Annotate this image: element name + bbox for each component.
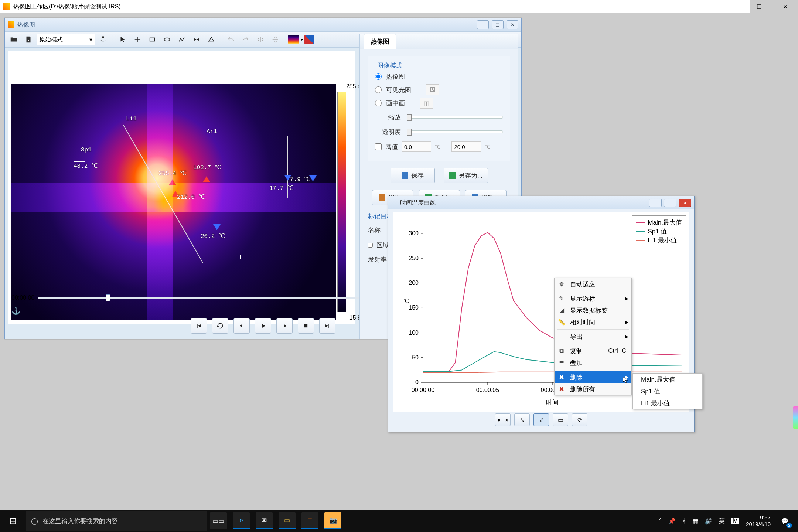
ctx-delete[interactable]: ✖删除▶ xyxy=(555,371,631,383)
notifications-button[interactable]: 💬2 xyxy=(777,514,792,528)
ctx-overlay[interactable]: ≣叠加 xyxy=(555,357,631,369)
start-button[interactable]: ⊞ xyxy=(0,510,26,532)
thermal-titlebar[interactable]: 热像图 – ☐ ✕ xyxy=(5,18,521,31)
ctx-auto-fit[interactable]: ✥自动适应 xyxy=(555,278,631,290)
tray-net-icon[interactable]: ▦ xyxy=(693,518,698,525)
curve-close[interactable]: ✕ xyxy=(679,199,691,207)
colorbar-gradient[interactable] xyxy=(337,92,346,312)
fit-x-button[interactable]: ⇤⇥ xyxy=(495,413,511,426)
bowtie-tool-icon[interactable] xyxy=(190,33,203,46)
ctx-delete-all[interactable]: ✖删除所有 xyxy=(555,383,631,395)
last-frame-button[interactable] xyxy=(319,318,335,334)
mode-select[interactable]: 原始模式▾ xyxy=(37,34,95,45)
ellipse-tool-icon[interactable] xyxy=(160,33,174,46)
threshold-checkbox[interactable] xyxy=(375,143,382,150)
polyline-tool-icon[interactable] xyxy=(175,33,188,46)
timeline-thumb[interactable] xyxy=(106,294,110,301)
curve-titlebar[interactable]: 时间温度曲线 – ☐ ✕ xyxy=(388,196,694,209)
ctx-show-labels[interactable]: ◢显示数据标签 xyxy=(555,304,631,316)
ctx-copy[interactable]: ⧉复制Ctrl+C xyxy=(555,345,631,357)
tag-icon: ◢ xyxy=(557,306,566,314)
palette-swap-icon[interactable] xyxy=(304,35,314,44)
rotate-left-icon[interactable] xyxy=(224,33,238,46)
sub-item-sp1-val[interactable]: Sp1.值 xyxy=(633,385,702,397)
maximize-button[interactable]: ☐ xyxy=(746,0,772,13)
visible-preview-icon[interactable]: 🖼 xyxy=(426,84,439,95)
chevron-right-icon: ▶ xyxy=(625,320,628,325)
tray-clock[interactable]: 9:57 2019/4/10 xyxy=(746,514,771,528)
ctx-rel-time[interactable]: 📏相对时间▶ xyxy=(555,316,631,328)
pip-preview-icon[interactable]: ◫ xyxy=(420,98,433,109)
thermal-body: Sp1 48.2 ℃ Li1 255.4 ℃ 20.2 ℃ Ar1 102.7 … xyxy=(8,51,355,324)
pointer-icon[interactable] xyxy=(116,33,129,46)
tray-pin-icon[interactable]: 📌 xyxy=(668,518,676,525)
li1-handle-b[interactable] xyxy=(236,255,241,259)
close-button[interactable]: ✕ xyxy=(772,0,798,13)
flip-h-icon[interactable] xyxy=(254,33,267,46)
prev-frame-button[interactable] xyxy=(233,318,250,334)
first-frame-button[interactable] xyxy=(191,318,207,334)
loop-button[interactable] xyxy=(212,318,228,334)
rect-tool-icon[interactable] xyxy=(146,33,159,46)
tray-bt-icon[interactable]: ᚼ xyxy=(682,518,686,524)
rotate-right-icon[interactable] xyxy=(239,33,252,46)
tab-thermal[interactable]: 热像图 xyxy=(364,34,396,49)
side-color-tab[interactable] xyxy=(793,406,798,429)
opacity-label: 透明度 xyxy=(375,128,401,136)
task-app-explorer[interactable]: ▭ xyxy=(279,512,296,529)
thermal-image[interactable]: Sp1 48.2 ℃ Li1 255.4 ℃ 20.2 ℃ Ar1 102.7 … xyxy=(11,84,336,320)
svg-text:00:00:00: 00:00:00 xyxy=(412,387,434,393)
anchor-icon[interactable] xyxy=(96,33,110,46)
threshold-low-input[interactable] xyxy=(402,141,431,152)
reset-zoom-button[interactable]: ⟳ xyxy=(572,413,587,426)
play-button[interactable] xyxy=(255,318,271,334)
triangle-tool-icon[interactable] xyxy=(205,33,218,46)
sub-item-li1-min[interactable]: Li1.最小值 xyxy=(633,397,702,409)
tray-up-icon[interactable]: ˄ xyxy=(659,518,662,525)
mdi-close[interactable]: ✕ xyxy=(507,20,518,29)
task-view-icon[interactable]: ▭▭ xyxy=(210,512,227,529)
sub-item-main-max[interactable]: Main.最大值 xyxy=(633,374,702,385)
mdi-maximize[interactable]: ☐ xyxy=(492,20,504,29)
save-button[interactable]: 保存 xyxy=(391,168,435,183)
area-emit-checkbox[interactable] xyxy=(368,243,373,248)
task-app-edge[interactable]: e xyxy=(233,512,250,529)
tray-date: 2019/4/10 xyxy=(746,521,771,528)
svg-text:300: 300 xyxy=(409,230,419,236)
stop-button[interactable] xyxy=(298,318,314,334)
radio-pip[interactable] xyxy=(375,100,382,106)
task-app-thermal[interactable]: T xyxy=(301,512,318,529)
zoom-slider[interactable] xyxy=(407,116,503,119)
spot-tool-icon[interactable] xyxy=(131,33,144,46)
fit-y-button[interactable]: ⤡ xyxy=(514,413,530,426)
ctx-export[interactable]: 导出▶ xyxy=(555,331,631,342)
colorbar-max: 255.4 xyxy=(346,83,361,90)
ctx-show-cursor[interactable]: ✎显示游标▶ xyxy=(555,293,631,304)
fit-both-button[interactable]: ⤢ xyxy=(533,413,549,426)
ar1-min-value-2: 17.7 ℃ xyxy=(269,184,294,192)
zoom-region-button[interactable]: ▭ xyxy=(553,413,568,426)
timeline-anchor-icon[interactable]: ⚓ xyxy=(11,306,21,315)
palette-gradient-icon[interactable] xyxy=(288,35,299,44)
mdi-minimize[interactable]: – xyxy=(477,20,489,29)
svg-text:50: 50 xyxy=(412,354,419,361)
search-box[interactable]: ◯ 在这里输入你要搜索的内容 xyxy=(26,511,207,531)
radio-visible[interactable] xyxy=(375,86,382,93)
next-frame-button[interactable] xyxy=(276,318,293,334)
tray-ime-2[interactable]: M xyxy=(732,518,739,524)
radio-thermal[interactable] xyxy=(375,73,382,80)
curve-minimize[interactable]: – xyxy=(649,199,662,207)
tray-vol-icon[interactable]: 🔊 xyxy=(705,518,712,525)
export-file-icon[interactable] xyxy=(22,33,35,46)
task-app-mail[interactable]: ✉ xyxy=(256,512,273,529)
minimize-button[interactable]: — xyxy=(720,0,746,13)
open-icon[interactable] xyxy=(7,33,20,46)
tray-ime-1[interactable]: 英 xyxy=(719,517,725,525)
flip-v-icon[interactable] xyxy=(269,33,282,46)
threshold-high-input[interactable] xyxy=(451,141,481,152)
curve-maximize[interactable]: ☐ xyxy=(664,199,676,207)
saveas-label: 另存为... xyxy=(458,171,482,180)
task-app-camera[interactable]: 📷 xyxy=(324,512,341,529)
saveas-button[interactable]: 另存为... xyxy=(444,168,488,183)
opacity-slider[interactable] xyxy=(407,130,503,133)
